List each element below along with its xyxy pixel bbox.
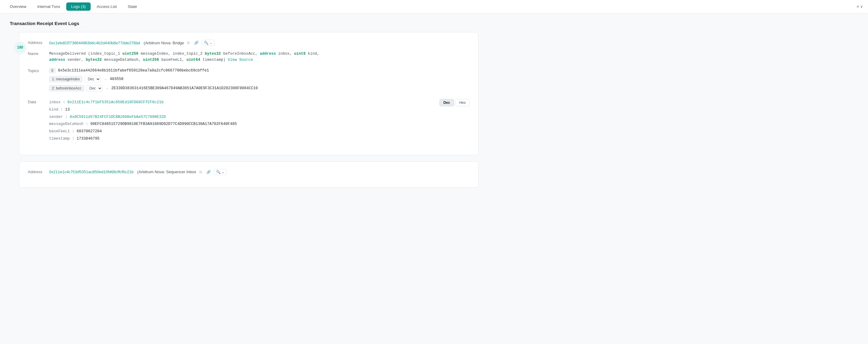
data-row-1: Data inbox : 0x211E1c4c7f1bF5351Ac850Ed1… bbox=[28, 99, 470, 143]
dec-button-1[interactable]: Dec bbox=[439, 99, 454, 106]
data-msghash-value: 98EFC848515729DB9818E7FB3A91869D92D77C4D… bbox=[90, 122, 237, 126]
data-sender-row: sender : 0x0C5911d57B24FCF1DC8B2608eFbAe… bbox=[49, 114, 237, 121]
topic-0-row: 0 0x5e3c1311ea442664e8b1611bfabef659120e… bbox=[49, 68, 470, 73]
tab-bar-right: ≡ ∨ bbox=[857, 4, 863, 9]
name-code-1: MessageDelivered (index_topic_1 uint256 … bbox=[49, 51, 470, 63]
kw-uint8-1: uint8 bbox=[294, 52, 306, 56]
data-kind-value: 13 bbox=[65, 108, 70, 112]
topic-2-decode-select[interactable]: Dec Hex bbox=[87, 85, 102, 92]
tab-bar-left: Overview Internal Txns Logs (3) Access L… bbox=[5, 2, 142, 11]
data-timestamp-key: timestamp : bbox=[49, 137, 74, 141]
kw-bytes32-2: bytes32 bbox=[86, 58, 102, 62]
kw-bytes32-1: bytes32 bbox=[205, 52, 221, 56]
kw-uint256-1: uint256 bbox=[122, 52, 138, 56]
name-text-1d: inbox, bbox=[276, 52, 294, 56]
name-value-1: MessageDelivered (index_topic_1 uint256 … bbox=[49, 51, 470, 63]
name-text-1b: messageIndex, index_topic_2 bbox=[138, 52, 205, 56]
kw-address-1: address bbox=[260, 52, 276, 56]
topic-1-row: 1: messageIndex Dec Hex → 403558 bbox=[49, 76, 470, 83]
topics-label-key: Topics bbox=[28, 68, 49, 73]
address-label-text-2: (Arbitrum Nova: Sequencer Inbox bbox=[137, 170, 196, 174]
topics-row-1: Topics 0 0x5e3c1311ea442664e8b1611bfabef… bbox=[28, 68, 470, 94]
topic-0-index: 0 bbox=[49, 68, 56, 73]
data-timestamp-value: 1733846795 bbox=[76, 137, 99, 141]
name-text-1i: timestamp) bbox=[200, 58, 228, 62]
data-sender-key: sender : bbox=[49, 115, 67, 119]
data-inbox-link[interactable]: 0x211E1c4c7f1bF5351Ac850Ed10FD68CFfCF6c2… bbox=[67, 100, 163, 105]
name-label-key: Name bbox=[28, 51, 49, 56]
topic-1-value: 403558 bbox=[110, 77, 123, 81]
data-value-1: inbox : 0x211E1c4c7f1bF5351Ac850Ed10FD68… bbox=[49, 99, 470, 143]
log-wrapper-1: 180 Address 0xc1ebd02f738644983b6c4b2d44… bbox=[10, 32, 478, 155]
tab-access-list[interactable]: Access List bbox=[92, 2, 122, 11]
data-timestamp-row: timestamp : 1733846795 bbox=[49, 135, 237, 143]
data-basefee-value: 68370627204 bbox=[76, 129, 102, 134]
data-msghash-row: messageDataHash : 98EFC848515729DB9818E7… bbox=[49, 121, 237, 128]
link-button-1[interactable]: 🔗 bbox=[193, 40, 200, 46]
name-text-1a: MessageDelivered (index_topic_1 bbox=[49, 52, 122, 56]
arrow-icon-1: → bbox=[103, 77, 107, 82]
address-link-2[interactable]: 0x211e1c4c7f1bf5351ac850ed10fd68cffcf6c2… bbox=[49, 170, 134, 174]
data-msghash-key: messageDataHash : bbox=[49, 122, 88, 126]
address-value-1: 0xc1ebd02f738644983b6c4b2d440b8e77dde276… bbox=[49, 40, 470, 46]
data-inbox-row: inbox : 0x211E1c4c7f1bF5351Ac850Ed10FD68… bbox=[49, 99, 237, 106]
data-fields-1: inbox : 0x211E1c4c7f1bF5351Ac850Ed10FD68… bbox=[49, 99, 237, 143]
zoom-button-2[interactable]: 🔍 ⌄ bbox=[214, 169, 227, 175]
name-text-1f: sender, bbox=[65, 58, 86, 62]
data-kind-row: kind : 13 bbox=[49, 106, 237, 114]
topic-2-value: 2E330D383631416E5BE309A467D49AB3051A7A0E… bbox=[112, 86, 258, 90]
name-text-1e: kind, bbox=[306, 52, 319, 56]
tab-logs[interactable]: Logs (3) bbox=[66, 2, 91, 11]
log-card-2: Address 0x211e1c4c7f1bf5351ac850ed10fd68… bbox=[19, 161, 478, 188]
copy-button-2[interactable]: ⧉ bbox=[198, 169, 203, 175]
tab-state[interactable]: State bbox=[123, 2, 142, 11]
data-sender-link[interactable]: 0x0C5911d57B24FCF1DC8B2608eFbAe57C7098E3… bbox=[70, 115, 166, 119]
address-value-2: 0x211e1c4c7f1bf5351ac850ed10fd68cffcf6c2… bbox=[49, 169, 470, 175]
name-text-1h: baseFeeL1, bbox=[159, 58, 186, 62]
name-text-1g: messageDataHash, bbox=[102, 58, 143, 62]
log-wrapper-2: Address 0x211e1c4c7f1bf5351ac850ed10fd68… bbox=[10, 161, 478, 188]
name-text-1c: beforeInboxAcc, bbox=[221, 52, 260, 56]
data-label-key: Data bbox=[28, 99, 49, 104]
data-inbox-key: inbox : bbox=[49, 100, 65, 105]
data-basefee-key: baseFeeL1 : bbox=[49, 129, 74, 134]
topics-value-1: 0 0x5e3c1311ea442664e8b1611bfabef659120e… bbox=[49, 68, 470, 94]
kw-address-2: address bbox=[49, 58, 65, 62]
topic-1-decode-select[interactable]: Dec Hex bbox=[85, 76, 101, 83]
view-source-link-1[interactable]: View Source bbox=[228, 58, 253, 62]
data-kind-key: kind : bbox=[49, 108, 63, 112]
dec-hex-buttons-1: Dec Hex bbox=[439, 99, 470, 106]
topic-0-hash: 0x5e3c1311ea442664e8b1611bfabef659120ea7… bbox=[58, 68, 209, 73]
zoom-button-1[interactable]: 🔍 ⌄ bbox=[202, 40, 215, 46]
section-title: Transaction Receipt Event Logs bbox=[10, 21, 478, 26]
address-label-key: Address bbox=[28, 40, 49, 45]
address-actions-2: 0x211e1c4c7f1bf5351ac850ed10fd68cffcf6c2… bbox=[49, 169, 470, 175]
main-content: Transaction Receipt Event Logs 180 Addre… bbox=[0, 13, 488, 200]
data-basefee-row: baseFeeL1 : 68370627204 bbox=[49, 128, 237, 135]
topic-2-name: 2: beforeInboxAcc bbox=[49, 85, 84, 91]
tab-overview[interactable]: Overview bbox=[5, 2, 31, 11]
data-section-1: inbox : 0x211E1c4c7f1bF5351Ac850Ed10FD68… bbox=[49, 99, 470, 143]
address-row-2: Address 0x211e1c4c7f1bf5351ac850ed10fd68… bbox=[28, 169, 470, 175]
address-actions-1: 0xc1ebd02f738644983b6c4b2d440b8e77dde276… bbox=[49, 40, 470, 46]
kw-uint256-2: uint256 bbox=[143, 58, 159, 62]
address-label-text-1: (Arbitrum Nova: Bridge bbox=[144, 40, 184, 45]
toolbar-icon: ≡ ∨ bbox=[857, 4, 863, 9]
tab-internal-txns[interactable]: Internal Txns bbox=[32, 2, 65, 11]
name-row-1: Name MessageDelivered (index_topic_1 uin… bbox=[28, 51, 470, 63]
address-row-1: Address 0xc1ebd02f738644983b6c4b2d440b8e… bbox=[28, 40, 470, 46]
address-link-1[interactable]: 0xc1ebd02f738644983b6c4b2d440b8e77dde276… bbox=[49, 40, 140, 45]
topic-1-name: 1: messageIndex bbox=[49, 76, 83, 82]
copy-button-1[interactable]: ⧉ bbox=[186, 40, 191, 46]
hex-button-1[interactable]: Hex bbox=[455, 99, 470, 106]
link-button-2[interactable]: 🔗 bbox=[205, 169, 212, 175]
address-label-key-2: Address bbox=[28, 169, 49, 174]
log-card-1: 180 Address 0xc1ebd02f738644983b6c4b2d44… bbox=[19, 32, 478, 155]
log-index-badge-1: 180 bbox=[14, 41, 27, 54]
kw-uint64-1: uint64 bbox=[186, 58, 200, 62]
topic-2-row: 2: beforeInboxAcc Dec Hex → 2E330D383631… bbox=[49, 85, 470, 92]
arrow-icon-2: → bbox=[105, 86, 109, 91]
tab-bar: Overview Internal Txns Logs (3) Access L… bbox=[0, 0, 868, 13]
